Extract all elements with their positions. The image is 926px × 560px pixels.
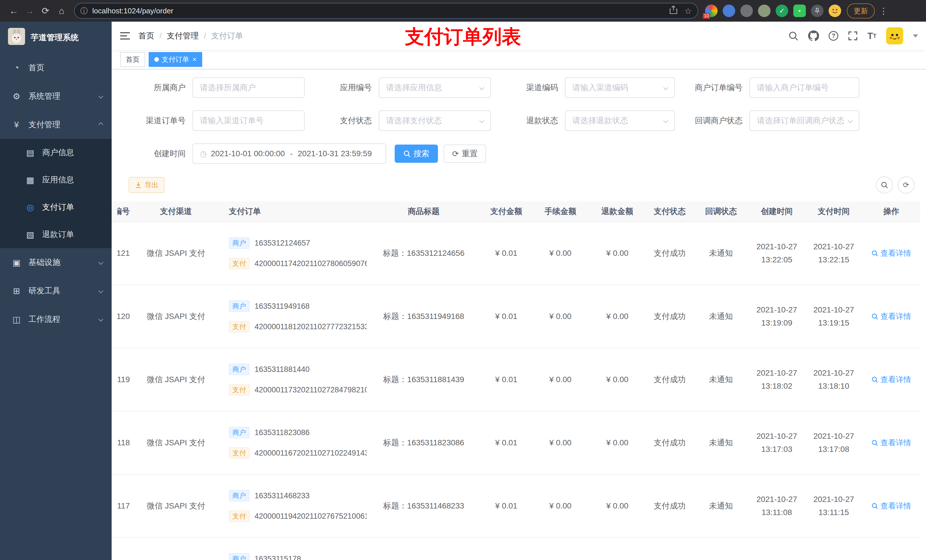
breadcrumb-home[interactable]: 首页 xyxy=(138,30,154,41)
tab-home[interactable]: 首页 xyxy=(120,52,145,67)
pay-tag: 支付 xyxy=(229,384,250,395)
refresh-table-button[interactable]: ⟳ xyxy=(897,177,915,193)
refund-status-label: 退款状态 xyxy=(491,115,565,126)
product-title: 标题：1635311949168 xyxy=(367,311,481,322)
pay-status: 支付成功 xyxy=(646,248,694,259)
site-info-icon[interactable]: ⓘ xyxy=(80,6,88,16)
sidebar-item-infrastructure[interactable]: ▣ 基础设施 xyxy=(0,248,112,276)
view-detail-link[interactable]: 查看详情 xyxy=(872,311,911,322)
browser-update-button[interactable]: 更新 xyxy=(847,3,875,18)
callback-status-select[interactable]: 请选择订单回调商户状态 xyxy=(749,110,859,131)
reset-button[interactable]: ⟳ 重置 xyxy=(443,145,486,163)
grid-icon: ▦ xyxy=(25,175,35,185)
extension-icon-gray[interactable] xyxy=(740,5,753,17)
view-detail-link[interactable]: 查看详情 xyxy=(872,501,911,511)
pin-extension-icon[interactable] xyxy=(811,5,823,17)
merchant-tag: 商户 xyxy=(229,553,250,560)
page-content: 所属商户 应用编号 请选择应用信息 渠道编码 请输入渠道编码 商户订单编号 xyxy=(112,69,926,560)
table-row: 121 微信 JSAPI 支付 商户1635312124657 支付420000… xyxy=(112,222,920,285)
github-icon[interactable] xyxy=(808,30,819,41)
merchant-input[interactable] xyxy=(192,77,305,98)
breadcrumb-payment[interactable]: 支付管理 xyxy=(167,30,199,41)
sidebar-item-app-info[interactable]: ▦ 应用信息 xyxy=(0,166,112,193)
order-id: 117 xyxy=(117,501,130,510)
export-button[interactable]: 导出 xyxy=(129,177,165,193)
hamburger-icon[interactable] xyxy=(112,32,138,39)
target-icon: ◎ xyxy=(25,202,35,212)
sidebar-item-dev-tools[interactable]: ⊞ 研发工具 xyxy=(0,276,112,305)
pay-status-select[interactable]: 请选择支付状态 xyxy=(379,110,491,131)
pay-order-cell: 商户1635312124657 支付4200001174202110278060… xyxy=(213,237,367,269)
sidebar-item-system[interactable]: ⚙ 系统管理 xyxy=(0,82,112,110)
merchant-order-label: 商户订单编号 xyxy=(675,82,749,93)
pay-tag: 支付 xyxy=(229,258,250,269)
breadcrumb: 首页 / 支付管理 / 支付订单 xyxy=(138,30,243,41)
search-icon[interactable] xyxy=(788,31,799,41)
create-time: 2021-10-2713:11:08 xyxy=(748,493,805,519)
sidebar-item-home[interactable]: ◔ 首页 xyxy=(0,53,112,82)
sidebar-item-refund-order[interactable]: ▧ 退款订单 xyxy=(0,221,112,248)
channel-order-no: 4200001174202110278060590766 xyxy=(254,259,367,268)
fullscreen-icon[interactable] xyxy=(848,31,858,41)
avatar[interactable] xyxy=(886,27,903,44)
merchant-order-input[interactable] xyxy=(749,77,859,98)
pay-amount: ¥ 0.01 xyxy=(481,375,532,384)
pay-status: 支付成功 xyxy=(646,311,694,322)
table-row: 120 微信 JSAPI 支付 商户1635311949168 支付420000… xyxy=(112,285,920,348)
search-button[interactable]: 搜索 xyxy=(395,145,438,163)
fontsize-icon[interactable]: TT xyxy=(867,31,876,41)
chevron-down-icon xyxy=(480,85,484,90)
channel-order-no: 4200001194202110276752100612 xyxy=(254,512,367,521)
extension-icon-colorful[interactable]: 10 xyxy=(705,5,717,17)
caret-down-icon[interactable] xyxy=(913,35,918,38)
fee-amount: ¥ 0.00 xyxy=(532,501,589,510)
channel-code-select[interactable]: 请输入渠道编码 xyxy=(565,77,675,98)
pay-status: 支付成功 xyxy=(646,501,694,511)
extension-icon-drop[interactable] xyxy=(723,5,735,17)
extension-icon-chat[interactable]: ▪ xyxy=(793,5,806,17)
tab-close-icon[interactable]: × xyxy=(192,56,197,63)
sidebar-item-merchant-info[interactable]: ▤ 商户信息 xyxy=(0,139,112,166)
home-icon[interactable]: ⌂ xyxy=(53,3,70,19)
forward-icon[interactable]: → xyxy=(22,3,38,19)
toggle-search-button[interactable] xyxy=(876,177,893,193)
refund-amount: ¥ 0.00 xyxy=(589,249,646,258)
reload-icon[interactable]: ⟳ xyxy=(38,3,53,19)
extension-icon-check[interactable]: ✓ xyxy=(776,5,788,17)
chevron-down-icon xyxy=(98,288,103,293)
app-id-label: 应用编号 xyxy=(305,82,379,93)
refund-status-select[interactable]: 请选择退款状态 xyxy=(565,110,675,131)
product-title: 标题：1635311881439 xyxy=(367,374,481,385)
tab-pay-order[interactable]: 支付订单 × xyxy=(149,52,202,67)
browser-menu-icon[interactable]: ⋮ xyxy=(879,6,888,16)
share-icon[interactable] xyxy=(669,5,678,16)
sidebar-item-pay-order[interactable]: ◎ 支付订单 xyxy=(0,193,112,221)
view-detail-link[interactable]: 查看详情 xyxy=(872,248,911,258)
product-title: 标题：1635312124656 xyxy=(367,248,481,259)
bookmark-star-icon[interactable]: ☆ xyxy=(684,6,692,16)
channel-order-input[interactable] xyxy=(192,110,305,131)
pay-time: 2021-10-2713:22:15 xyxy=(805,240,862,266)
sidebar-item-payment[interactable]: ¥ 支付管理 xyxy=(0,110,112,139)
pay-channel: 微信 JSAPI 支付 xyxy=(139,437,213,448)
notify-status: 未通知 xyxy=(694,374,748,385)
chevron-down-icon xyxy=(663,118,668,123)
pay-tag: 支付 xyxy=(229,510,250,522)
payment-submenu: ▤ 商户信息 ▦ 应用信息 ◎ 支付订单 ▧ 退款订单 xyxy=(0,139,112,248)
view-detail-link[interactable]: 查看详情 xyxy=(872,438,911,448)
view-detail-link[interactable]: 查看详情 xyxy=(872,374,911,385)
sidebar-item-workflow[interactable]: ◫ 工作流程 xyxy=(0,305,112,334)
extension-icon-olive[interactable] xyxy=(758,5,770,17)
app-logo[interactable]: 芋道管理系统 xyxy=(0,22,112,53)
address-bar[interactable]: ⓘ localhost:1024/pay/order ☆ xyxy=(74,3,698,19)
create-time-range-picker[interactable]: ◷ 2021-10-01 00:00:00 - 2021-10-31 23:59… xyxy=(192,143,386,164)
emoji-extension-icon[interactable] xyxy=(829,5,841,17)
fee-amount: ¥ 0.00 xyxy=(532,249,589,258)
help-icon[interactable]: ? xyxy=(829,31,838,41)
pay-channel: 微信 JSAPI 支付 xyxy=(139,248,213,259)
app-id-select[interactable]: 请选择应用信息 xyxy=(379,77,491,98)
browser-chrome: ← → ⟳ ⌂ ⓘ localhost:1024/pay/order ☆ 10 … xyxy=(0,0,926,22)
back-icon[interactable]: ← xyxy=(6,3,22,19)
merchant-tag: 商户 xyxy=(229,237,250,249)
pay-tag: 支付 xyxy=(229,321,250,332)
